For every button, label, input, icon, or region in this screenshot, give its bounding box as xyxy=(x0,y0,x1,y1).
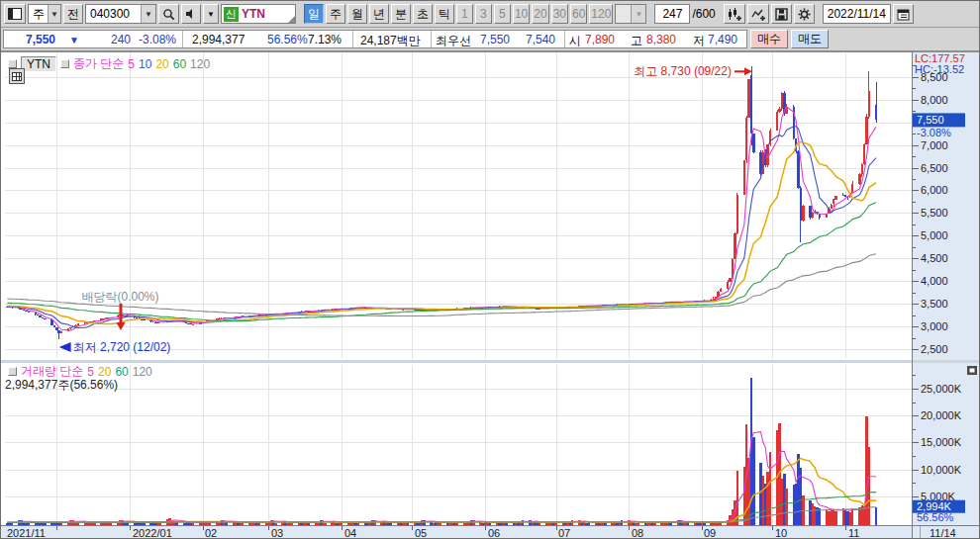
stock-code-value: 040300 xyxy=(90,7,130,21)
stock-name-value: YTN xyxy=(242,7,265,21)
svg-text:10,000K: 10,000K xyxy=(921,464,962,476)
best-quote-label: 최우선 xyxy=(436,33,471,49)
svg-text:6,500: 6,500 xyxy=(921,162,948,174)
sound-dropdown-button[interactable]: ▼ xyxy=(203,4,219,24)
svg-text:5,000: 5,000 xyxy=(921,229,948,241)
svg-text:04: 04 xyxy=(344,527,356,539)
sell-button[interactable]: 매도 xyxy=(791,30,829,48)
svg-text:07: 07 xyxy=(558,527,570,539)
svg-text:11: 11 xyxy=(848,527,859,539)
volume-value: 2,994,377 xyxy=(192,33,245,46)
speaker-icon xyxy=(185,8,197,20)
tab-minute[interactable]: 분 xyxy=(391,4,411,24)
interval-button-1[interactable]: 1 xyxy=(456,4,473,24)
calendar-button[interactable] xyxy=(893,4,914,24)
high-label: 고 xyxy=(631,33,642,49)
price-change-pct: -3.08% xyxy=(139,33,176,46)
svg-text:02: 02 xyxy=(205,527,217,539)
search-icon xyxy=(162,8,175,21)
panel-toggle-button[interactable] xyxy=(4,4,26,24)
interval-button-3[interactable]: 3 xyxy=(475,4,492,24)
svg-text:15,000K: 15,000K xyxy=(921,436,962,448)
add-indicator-button[interactable] xyxy=(724,4,745,24)
legend-settings-button[interactable] xyxy=(60,59,69,68)
trade-amount: 24,187백만 xyxy=(360,33,421,49)
svg-text:10: 10 xyxy=(775,527,787,539)
svg-text:2022/01: 2022/01 xyxy=(133,527,172,539)
prev-stock-button[interactable]: 전 xyxy=(63,4,83,24)
tab-tick[interactable]: 틱 xyxy=(435,4,454,24)
stock-code-combo[interactable]: 040300 ▼ xyxy=(85,4,156,24)
svg-text:2,500: 2,500 xyxy=(921,343,948,355)
svg-text:3,500: 3,500 xyxy=(921,298,948,310)
chevron-down-icon[interactable]: ▼ xyxy=(48,5,60,23)
best-bid: 7,550 xyxy=(480,33,510,46)
chevron-down-icon[interactable]: ▼ xyxy=(141,5,155,23)
panel-icon xyxy=(8,8,22,20)
low-price: 7,490 xyxy=(708,33,737,46)
svg-text:05: 05 xyxy=(415,527,427,539)
annotation-highest: 최고 8,730 (09/22) xyxy=(634,64,732,78)
svg-text:4,500: 4,500 xyxy=(921,252,948,264)
price-change: 240 xyxy=(111,33,131,46)
save-icon xyxy=(775,8,788,21)
table-icon xyxy=(12,72,22,81)
svg-text:7,550: 7,550 xyxy=(917,114,944,126)
custom-interval-combo[interactable]: ▼ xyxy=(615,4,646,24)
chart-area: 8,5008,0007,0006,5006,0005,5005,0004,500… xyxy=(1,51,980,539)
tab-daily[interactable]: 일 xyxy=(304,4,324,24)
chart-date-field[interactable]: 2022/11/14 xyxy=(823,4,891,24)
svg-text:11/14: 11/14 xyxy=(930,527,956,539)
add-line-tool-button[interactable] xyxy=(747,4,769,24)
interval-button-5[interactable]: 5 xyxy=(494,4,511,24)
current-price: 7,550 xyxy=(26,33,55,46)
best-ask: 7,540 xyxy=(526,33,555,46)
svg-text:-3.08%: -3.08% xyxy=(917,127,951,138)
trendline-plus-icon xyxy=(751,8,765,21)
stock-name-field[interactable]: 신 YTN xyxy=(221,4,296,24)
tab-second[interactable]: 초 xyxy=(413,4,433,24)
down-arrow-icon: ▼ xyxy=(69,35,79,45)
new-listing-badge: 신 xyxy=(224,7,239,22)
chart-canvas[interactable]: 8,5008,0007,0006,5006,0005,5005,0004,500… xyxy=(1,51,980,539)
chart-type-value: 주 xyxy=(33,6,45,23)
candle-plus-icon xyxy=(728,8,741,21)
legend-collapse-button[interactable] xyxy=(8,59,17,68)
tab-yearly[interactable]: 년 xyxy=(369,4,389,24)
svg-text:20,000K: 20,000K xyxy=(921,409,962,421)
low-label: 저 xyxy=(693,33,705,49)
volume-legend-button[interactable] xyxy=(8,367,17,376)
bar-count-input[interactable] xyxy=(654,4,690,24)
interval-button-60[interactable]: 60 xyxy=(570,4,587,24)
calendar-icon xyxy=(897,8,910,21)
open-price: 7,890 xyxy=(585,33,615,46)
svg-text:3,000: 3,000 xyxy=(921,320,948,332)
chart-date-value: 2022/11/14 xyxy=(828,7,886,21)
tab-weekly[interactable]: 주 xyxy=(326,4,345,24)
annotation-dividend: 배당락(0.00%) xyxy=(81,290,158,304)
interval-button-30[interactable]: 30 xyxy=(551,4,568,24)
save-button[interactable] xyxy=(771,4,792,24)
high-price: 8,380 xyxy=(646,33,676,46)
bar-count-max-label: /600 xyxy=(692,7,715,21)
svg-text:2021/11: 2021/11 xyxy=(7,527,46,539)
chart-type-combo[interactable]: 주 ▼ xyxy=(28,4,61,24)
search-button[interactable] xyxy=(158,4,179,24)
quote-infobar: 7,550 ▼ 240 -3.08% 2,994,377 56.56% 7.13… xyxy=(1,28,980,51)
fold-corner-icon xyxy=(288,16,295,23)
interval-button-120[interactable]: 120 xyxy=(589,4,613,24)
interval-button-10[interactable]: 10 xyxy=(513,4,530,24)
svg-text:4,000: 4,000 xyxy=(921,275,948,287)
legend-stock-name[interactable]: YTN xyxy=(21,56,56,72)
ratio-pct: 7.13% xyxy=(308,33,342,46)
svg-text:8,000: 8,000 xyxy=(921,94,948,106)
sound-button[interactable] xyxy=(181,4,201,24)
tab-monthly[interactable]: 월 xyxy=(347,4,367,24)
interval-button-20[interactable]: 20 xyxy=(532,4,548,24)
buy-button[interactable]: 매수 xyxy=(750,30,788,48)
data-table-button[interactable] xyxy=(9,68,25,84)
svg-text:25,000K: 25,000K xyxy=(921,383,962,395)
chevron-down-icon[interactable]: ▼ xyxy=(631,5,645,23)
settings-button[interactable] xyxy=(794,4,815,24)
gear-icon xyxy=(798,8,811,21)
